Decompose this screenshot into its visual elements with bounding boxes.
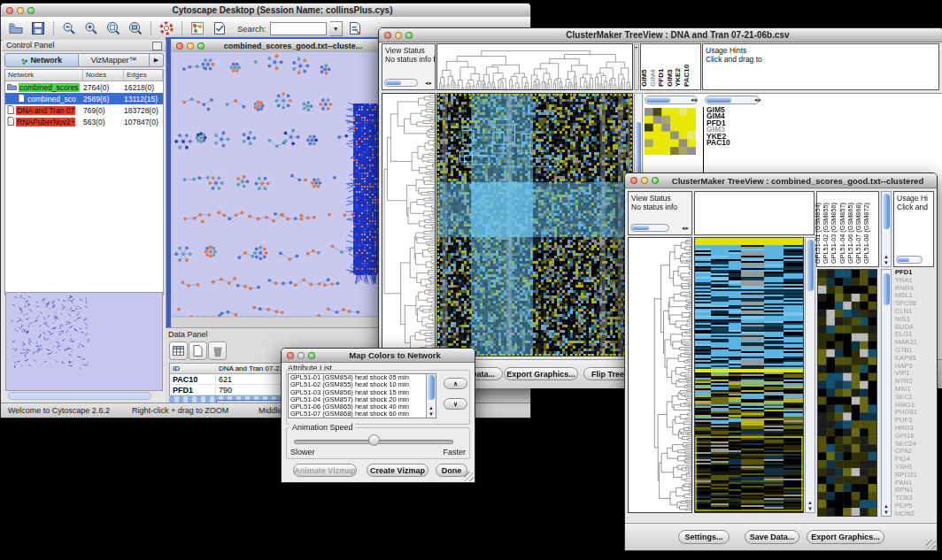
scroll-arrows-icon[interactable]: ◂▸ xyxy=(682,225,690,232)
scroll-up-icon[interactable]: ▲ xyxy=(806,500,815,505)
close-icon[interactable] xyxy=(630,177,637,184)
main-titlebar[interactable]: Cytoscape Desktop (Session Name: collins… xyxy=(1,4,530,18)
tv1-row-dendrogram[interactable] xyxy=(382,93,436,357)
tv2-gene-label[interactable]: SPC98 xyxy=(895,300,934,308)
tab-vizmapper[interactable]: VizMapper™ xyxy=(79,53,150,67)
minimize-icon[interactable] xyxy=(17,7,24,14)
zoom-window-icon[interactable] xyxy=(197,42,205,50)
tv1-labels-hscrollbar[interactable] xyxy=(705,96,760,104)
tv1-column-label[interactable]: GIM5 xyxy=(640,69,648,87)
tv1-row-label[interactable]: PFD1 xyxy=(706,120,767,127)
search-dropdown-button[interactable]: ▼ xyxy=(330,21,343,36)
move-up-button[interactable]: ∧ xyxy=(444,378,467,389)
zoom-window-icon[interactable] xyxy=(308,352,315,359)
tv1-column-dendrogram[interactable] xyxy=(436,43,633,90)
network-tree-row[interactable]: RNAPuberNov2+563(0)107847(0) xyxy=(5,116,163,127)
control-panel-scrollbar[interactable] xyxy=(8,392,151,400)
tv2-gene-label[interactable]: VIP1 xyxy=(895,370,934,378)
tv2-gene-label[interactable]: FIG4 xyxy=(895,456,934,464)
create-attribute-button[interactable] xyxy=(189,341,207,360)
tv1-row-label[interactable]: YKE2 xyxy=(706,134,767,140)
tv2-gene-label[interactable]: ELG1 xyxy=(895,331,934,339)
create-vizmap-button[interactable]: Create Vizmap xyxy=(367,464,429,477)
tv2-global-heatmap[interactable] xyxy=(694,237,804,513)
tv1-column-label[interactable]: GIM3 xyxy=(666,69,674,87)
help-lifesaver-icon[interactable] xyxy=(157,19,176,37)
zoom-out-button[interactable] xyxy=(59,19,79,37)
tv2-column-dendrogram[interactable] xyxy=(694,191,815,235)
tv2-gene-label[interactable]: CPA2 xyxy=(895,448,934,456)
birds-eye-view-canvas[interactable] xyxy=(6,293,162,388)
tv2-gene-label[interactable]: RPN1 xyxy=(895,487,934,495)
network-tree-row[interactable]: combined_sco2569(6)13112(15) xyxy=(5,93,163,104)
slider-thumb[interactable] xyxy=(368,434,380,446)
zoom-in-button[interactable] xyxy=(81,19,101,37)
tv1-column-label[interactable]: YKE2 xyxy=(674,68,682,87)
tv2-column-label[interactable]: GPL51-04 (GSM857) xyxy=(838,203,846,264)
close-icon[interactable] xyxy=(384,32,391,39)
tv2-gene-label[interactable]: BUD4 xyxy=(895,324,934,332)
save-session-button[interactable] xyxy=(28,19,48,37)
tv2-gene-label[interactable]: MSL1 xyxy=(895,292,934,300)
tv2-gene-label[interactable]: SEC1 xyxy=(895,394,934,402)
tv1-zoom-heatmap[interactable] xyxy=(645,108,696,155)
zoom-window-icon[interactable] xyxy=(652,177,659,184)
tv1-row-label[interactable]: PAC10 xyxy=(706,140,767,146)
tv2-gene-label[interactable]: CLN1 xyxy=(895,308,934,316)
tv2-gene-label[interactable]: GPI16 xyxy=(895,433,934,441)
tv1-row-label[interactable]: GIM3 xyxy=(706,127,767,133)
tv1-row-label[interactable]: GIM5 xyxy=(706,107,767,113)
tv2-gene-label[interactable]: PEP5 xyxy=(895,502,934,510)
tv2-gene-label[interactable]: HRD3 xyxy=(895,425,934,433)
tv2-gene-label[interactable]: MON2 xyxy=(895,510,934,518)
tv2-column-label[interactable]: GPL51-07 (GSM868) xyxy=(854,203,862,264)
close-icon[interactable] xyxy=(6,7,13,14)
done-button[interactable]: Done xyxy=(436,464,467,477)
network-tree-row[interactable]: DNA and Tran 07769(0)183728(0) xyxy=(5,104,163,116)
tv2-gene-scrollbar[interactable]: ▲ ▼ xyxy=(881,269,892,517)
minimize-icon[interactable] xyxy=(297,352,305,359)
network-view-titlebar[interactable]: combined_scores_good.txt--cluste... xyxy=(171,39,382,53)
attribute-list-scrollbar[interactable]: ▲ ▼ xyxy=(426,374,436,418)
tv2-column-label[interactable]: GPL51-06 (GSM865) xyxy=(846,203,854,264)
delete-attribute-button[interactable] xyxy=(208,341,227,360)
scroll-up-icon[interactable]: ▲ xyxy=(882,254,891,259)
tv1-zoom-hscrollbar[interactable] xyxy=(645,96,698,104)
tv2-gene-label[interactable]: PUF3 xyxy=(895,417,934,425)
network-canvas[interactable] xyxy=(171,52,382,327)
tv2-gene-label[interactable]: KAP95 xyxy=(895,355,934,363)
tv2-status-scrollbar[interactable] xyxy=(630,224,669,232)
tv2-gene-label[interactable]: GTB1 xyxy=(895,347,934,355)
network-tree-row[interactable]: combined_scores2764(0)16218(0) xyxy=(5,81,163,93)
tv1-row-label[interactable]: GIM4 xyxy=(706,113,767,119)
zoom-selected-button[interactable] xyxy=(104,19,123,37)
tv2-titlebar[interactable]: ClusterMaker TreeView : combined_scores_… xyxy=(625,173,937,188)
tv2-gene-label[interactable]: RNR4 xyxy=(895,285,934,293)
tv2-column-label[interactable]: GPL51-08 (GSM872) xyxy=(862,203,870,264)
scroll-down-icon[interactable]: ▼ xyxy=(427,411,436,417)
scroll-arrows-icon[interactable]: ◂▸ xyxy=(691,96,699,104)
tv2-hints-scrollbar[interactable] xyxy=(896,256,923,264)
annotation-button[interactable] xyxy=(210,19,229,37)
scroll-down-icon[interactable]: ▼ xyxy=(882,260,891,265)
tab-overflow-arrow[interactable]: ▶ xyxy=(150,53,164,67)
tv2-gene-label[interactable]: YRA1 xyxy=(895,277,934,285)
minimize-icon[interactable] xyxy=(187,42,194,50)
tv1-column-label[interactable]: PFD1 xyxy=(657,69,665,87)
vizmapper-button[interactable] xyxy=(188,19,207,37)
attribute-list-item[interactable]: GPL51-07 (GSM868) heat shock 60 min xyxy=(289,410,425,418)
tv2-row-dendrogram[interactable] xyxy=(628,237,692,513)
resize-grip[interactable] xyxy=(464,472,474,481)
tv1-titlebar[interactable]: ClusterMaker TreeView : DNA and Tran 07-… xyxy=(379,28,942,42)
zoom-window-icon[interactable] xyxy=(405,32,413,39)
close-icon[interactable] xyxy=(287,352,294,359)
scroll-up-icon[interactable]: ▲ xyxy=(427,405,436,410)
move-down-button[interactable]: ∨ xyxy=(444,398,467,410)
tv1-status-scrollbar[interactable] xyxy=(384,79,418,87)
tv2-gene-label[interactable]: NTR2 xyxy=(895,378,934,386)
close-icon[interactable] xyxy=(176,42,183,50)
network-overview-panel[interactable] xyxy=(5,292,163,391)
tv2-heatmap-vscrollbar[interactable]: ▲ ▼ xyxy=(805,237,815,513)
tv2-gene-label[interactable]: TCB3 xyxy=(895,495,934,502)
tv2-gene-label[interactable]: PFD1 xyxy=(895,269,934,277)
